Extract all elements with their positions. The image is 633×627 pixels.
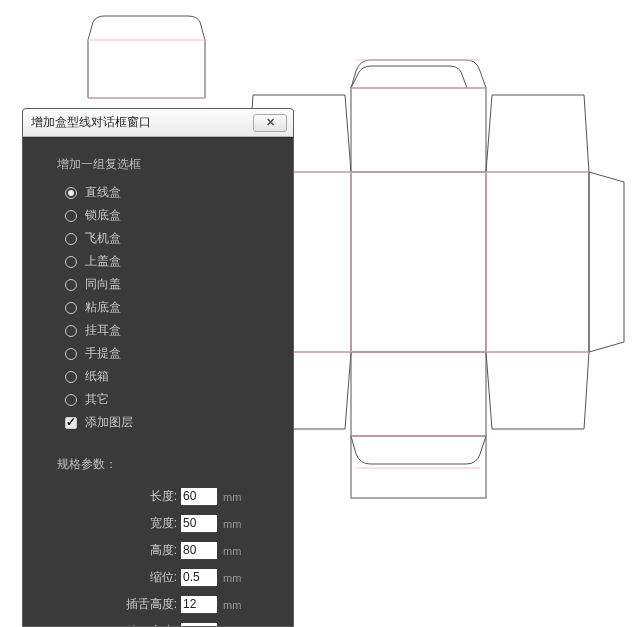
radio-label: 纸箱 (85, 368, 109, 385)
radio-icon[interactable] (65, 187, 77, 199)
params-group: 长度:mm宽度:mm高度:mm缩位:mm插舌高度:mm粘口宽度:mm (23, 483, 293, 626)
svg-rect-4 (351, 352, 486, 436)
add-layer-checkbox-row[interactable]: 添加图层 (23, 411, 293, 434)
radio-label: 飞机盒 (85, 230, 121, 247)
param-label: 高度: (23, 542, 181, 559)
box-type-radio[interactable]: 其它 (65, 388, 293, 411)
radio-icon[interactable] (65, 325, 77, 337)
param-input[interactable] (181, 623, 217, 627)
box-type-radio[interactable]: 飞机盒 (65, 227, 293, 250)
box-type-radio[interactable]: 粘底盒 (65, 296, 293, 319)
param-unit: mm (223, 491, 241, 503)
param-row: 宽度:mm (23, 510, 293, 537)
params-section-label: 规格参数： (23, 434, 293, 483)
radio-label: 同向盖 (85, 276, 121, 293)
param-unit: mm (223, 626, 241, 627)
box-type-radio[interactable]: 手提盒 (65, 342, 293, 365)
box-type-group-label: 增加一组复选框 (23, 152, 293, 181)
dialog-body: 增加一组复选框 直线盒锁底盒飞机盒上盖盒同向盖粘底盒挂耳盒手提盒纸箱其它 添加图… (23, 137, 293, 626)
param-row: 长度:mm (23, 483, 293, 510)
param-unit: mm (223, 599, 241, 611)
box-type-radio[interactable]: 上盖盒 (65, 250, 293, 273)
radio-icon[interactable] (65, 233, 77, 245)
close-button[interactable]: ✕ (253, 114, 287, 132)
param-input[interactable] (181, 569, 217, 587)
radio-icon[interactable] (65, 302, 77, 314)
param-row: 粘口宽度:mm (23, 618, 293, 626)
radio-label: 其它 (85, 391, 109, 408)
radio-icon[interactable] (65, 348, 77, 360)
param-label: 粘口宽度: (23, 623, 181, 626)
box-type-radio[interactable]: 挂耳盒 (65, 319, 293, 342)
box-type-radio[interactable]: 纸箱 (65, 365, 293, 388)
radio-icon[interactable] (65, 279, 77, 291)
param-unit: mm (223, 545, 241, 557)
radio-label: 粘底盒 (85, 299, 121, 316)
close-icon: ✕ (266, 116, 275, 129)
param-row: 缩位:mm (23, 564, 293, 591)
param-label: 缩位: (23, 569, 181, 586)
param-label: 插舌高度: (23, 596, 181, 613)
radio-label: 上盖盒 (85, 253, 121, 270)
radio-label: 锁底盒 (85, 207, 121, 224)
box-type-radio[interactable]: 同向盖 (65, 273, 293, 296)
svg-rect-6 (351, 436, 486, 498)
radio-icon[interactable] (65, 371, 77, 383)
svg-rect-2 (486, 172, 589, 352)
box-type-radio[interactable]: 锁底盒 (65, 204, 293, 227)
dialog-titlebar[interactable]: 增加盒型线对话框窗口 ✕ (23, 109, 293, 137)
param-input[interactable] (181, 515, 217, 533)
box-type-radio-group: 直线盒锁底盒飞机盒上盖盒同向盖粘底盒挂耳盒手提盒纸箱其它 (23, 181, 293, 411)
svg-rect-3 (351, 88, 486, 172)
param-row: 插舌高度:mm (23, 591, 293, 618)
param-input[interactable] (181, 488, 217, 506)
param-input[interactable] (181, 596, 217, 614)
radio-label: 直线盒 (85, 184, 121, 201)
param-unit: mm (223, 572, 241, 584)
param-input[interactable] (181, 542, 217, 560)
param-label: 宽度: (23, 515, 181, 532)
radio-icon[interactable] (65, 256, 77, 268)
svg-rect-0 (351, 172, 486, 352)
box-type-radio[interactable]: 直线盒 (65, 181, 293, 204)
radio-label: 手提盒 (85, 345, 121, 362)
param-unit: mm (223, 518, 241, 530)
param-label: 长度: (23, 488, 181, 505)
add-box-line-dialog: 增加盒型线对话框窗口 ✕ 增加一组复选框 直线盒锁底盒飞机盒上盖盒同向盖粘底盒挂… (22, 108, 294, 627)
add-layer-label: 添加图层 (85, 414, 133, 431)
radio-icon[interactable] (65, 210, 77, 222)
param-row: 高度:mm (23, 537, 293, 564)
radio-icon[interactable] (65, 394, 77, 406)
add-layer-checkbox[interactable] (65, 417, 77, 429)
dialog-title: 增加盒型线对话框窗口 (31, 114, 253, 131)
radio-label: 挂耳盒 (85, 322, 121, 339)
